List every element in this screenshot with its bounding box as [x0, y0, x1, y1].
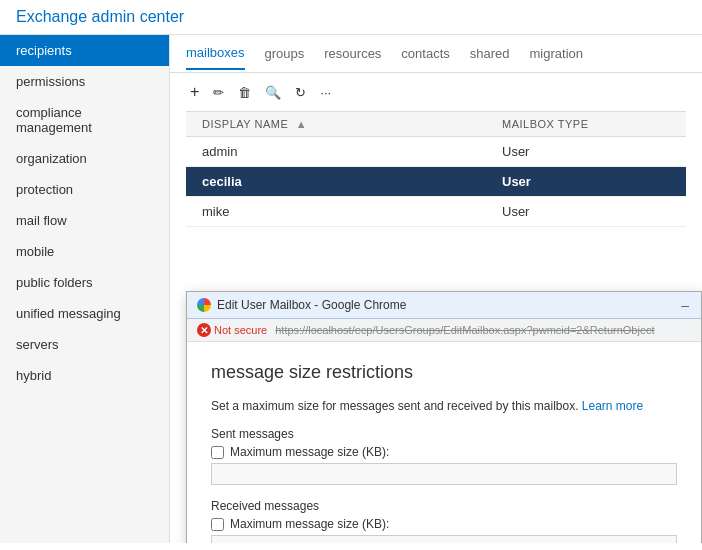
popup-description-text: Set a maximum size for messages sent and…	[211, 399, 579, 413]
sort-arrow: ▲	[296, 118, 307, 130]
url-text: https://localhost/ecp/UsersGroups/EditMa…	[275, 324, 654, 336]
tab-groups[interactable]: groups	[265, 38, 305, 69]
popup-title: Edit User Mailbox - Google Chrome	[217, 298, 406, 312]
col-display-name[interactable]: DISPLAY NAME ▲	[186, 112, 486, 137]
sidebar-item-organization[interactable]: organization	[0, 143, 169, 174]
cell-mailbox-type: User	[486, 137, 686, 167]
cell-display-name: admin	[186, 137, 486, 167]
sidebar-item-permissions[interactable]: permissions	[0, 66, 169, 97]
tab-resources[interactable]: resources	[324, 38, 381, 69]
table-row[interactable]: admin User	[186, 137, 686, 167]
sent-messages-label: Sent messages	[211, 427, 677, 441]
not-secure-badge: ✕ Not secure	[197, 323, 267, 337]
tab-bar: mailboxesgroupsresourcescontactssharedmi…	[170, 35, 702, 73]
sent-message-size-input[interactable]	[211, 463, 677, 485]
received-checkbox-row: Maximum message size (KB):	[211, 517, 677, 531]
sidebar-item-public-folders[interactable]: public folders	[0, 267, 169, 298]
error-icon: ✕	[197, 323, 211, 337]
popup-content: message size restrictions Set a maximum …	[187, 342, 701, 543]
table-row[interactable]: cecilia User	[186, 167, 686, 197]
popup-url-bar: ✕ Not secure https://localhost/ecp/Users…	[187, 319, 701, 342]
sidebar-item-hybrid[interactable]: hybrid	[0, 360, 169, 391]
sidebar-item-compliance-management[interactable]: compliance management	[0, 97, 169, 143]
sidebar-item-recipients[interactable]: recipients	[0, 35, 169, 66]
col-mailbox-type-label: MAILBOX TYPE	[502, 118, 589, 130]
received-checkbox-label: Maximum message size (KB):	[230, 517, 389, 531]
sent-checkbox-row: Maximum message size (KB):	[211, 445, 677, 459]
app-header: Exchange admin center	[0, 0, 702, 35]
cell-mailbox-type: User	[486, 167, 686, 197]
sent-messages-group: Sent messages Maximum message size (KB):	[211, 427, 677, 485]
main-content-area: DISPLAY NAME ▲ MAILBOX TYPE admin User	[170, 111, 702, 543]
sidebar: recipientspermissionscompliance manageme…	[0, 35, 170, 543]
sent-checkbox[interactable]	[211, 446, 224, 459]
edit-button[interactable]: ✏	[209, 83, 228, 102]
toolbar: + ✏ 🗑 🔍 ↻ ···	[170, 73, 702, 111]
sidebar-item-mobile[interactable]: mobile	[0, 236, 169, 267]
popup-description: Set a maximum size for messages sent and…	[211, 399, 677, 413]
chrome-icon	[197, 298, 211, 312]
received-message-size-input[interactable]	[211, 535, 677, 543]
more-button[interactable]: ···	[316, 83, 335, 102]
tab-mailboxes[interactable]: mailboxes	[186, 37, 245, 70]
received-messages-label: Received messages	[211, 499, 677, 513]
main-panel: mailboxesgroupsresourcescontactssharedmi…	[170, 35, 702, 543]
tab-migration[interactable]: migration	[530, 38, 583, 69]
col-display-name-label: DISPLAY NAME	[202, 118, 288, 130]
cell-mailbox-type: User	[486, 197, 686, 227]
popup-close-button[interactable]: –	[679, 297, 691, 313]
table-row[interactable]: mike User	[186, 197, 686, 227]
sidebar-item-protection[interactable]: protection	[0, 174, 169, 205]
popup-section-title: message size restrictions	[211, 362, 677, 383]
refresh-button[interactable]: ↻	[291, 83, 310, 102]
sidebar-item-servers[interactable]: servers	[0, 329, 169, 360]
received-checkbox[interactable]	[211, 518, 224, 531]
popup-window: Edit User Mailbox - Google Chrome – ✕ No…	[186, 291, 702, 543]
app-title: Exchange admin center	[16, 8, 184, 25]
popup-title-left: Edit User Mailbox - Google Chrome	[197, 298, 406, 312]
tab-shared[interactable]: shared	[470, 38, 510, 69]
popup-titlebar: Edit User Mailbox - Google Chrome –	[187, 292, 701, 319]
sidebar-item-mail-flow[interactable]: mail flow	[0, 205, 169, 236]
sidebar-item-unified-messaging[interactable]: unified messaging	[0, 298, 169, 329]
not-secure-label: Not secure	[214, 324, 267, 336]
table-container: DISPLAY NAME ▲ MAILBOX TYPE admin User	[170, 111, 702, 227]
add-button[interactable]: +	[186, 81, 203, 103]
learn-more-link[interactable]: Learn more	[582, 399, 643, 413]
cell-display-name: cecilia	[186, 167, 486, 197]
col-mailbox-type[interactable]: MAILBOX TYPE	[486, 112, 686, 137]
main-layout: recipientspermissionscompliance manageme…	[0, 35, 702, 543]
cell-display-name: mike	[186, 197, 486, 227]
tab-contacts[interactable]: contacts	[401, 38, 449, 69]
mailbox-table: DISPLAY NAME ▲ MAILBOX TYPE admin User	[186, 111, 686, 227]
received-messages-group: Received messages Maximum message size (…	[211, 499, 677, 543]
search-button[interactable]: 🔍	[261, 83, 285, 102]
sent-checkbox-label: Maximum message size (KB):	[230, 445, 389, 459]
delete-button[interactable]: 🗑	[234, 83, 255, 102]
